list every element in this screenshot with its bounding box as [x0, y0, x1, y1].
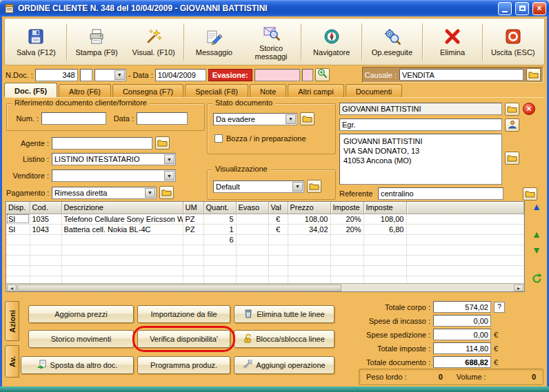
- cell-prezzo[interactable]: 108,00: [288, 214, 330, 224]
- causale-folder-button[interactable]: [526, 68, 541, 81]
- pagamento-combo[interactable]: Rimessa diretta▼: [52, 187, 157, 199]
- tab-speciali[interactable]: Speciali (F8): [185, 84, 248, 98]
- move-line-top-button[interactable]: ▲: [529, 201, 544, 212]
- salutation-field[interactable]: Egr.: [339, 118, 502, 131]
- cell-disp[interactable]: SI: [6, 224, 30, 234]
- referente-field[interactable]: centralino: [378, 187, 503, 200]
- column-header-imposte2[interactable]: Imposte: [363, 202, 406, 214]
- sposta-da-altro-doc-button[interactable]: Sposta da altro doc.: [21, 356, 134, 374]
- aggiorna-prezzi-button[interactable]: Aggiorna prezzi: [28, 305, 134, 323]
- chevron-down-icon[interactable]: ▼: [286, 114, 296, 124]
- scrollbar-thumb[interactable]: [17, 285, 341, 291]
- evasione-search-button[interactable]: [315, 68, 330, 81]
- agente-folder-button[interactable]: [155, 136, 170, 149]
- totale-corpo-help-button[interactable]: ?: [494, 302, 505, 313]
- customer-name-field[interactable]: GIOVANNI BATTISTINI: [339, 103, 502, 115]
- column-header-quant[interactable]: Quant.: [203, 202, 236, 214]
- cell-val[interactable]: €: [268, 224, 288, 234]
- column-header-descrizione[interactable]: Descrizione: [61, 202, 183, 214]
- executed-operations-button[interactable]: Op.eseguite: [363, 21, 421, 63]
- column-header-val[interactable]: Val: [268, 202, 288, 214]
- doc-number-field[interactable]: 348: [35, 69, 78, 81]
- importazione-da-file-button[interactable]: Importazione da file: [137, 305, 230, 323]
- address-folder-button[interactable]: [505, 152, 519, 165]
- message-button[interactable]: Messaggio: [186, 21, 243, 63]
- cell-cod[interactable]: 1043: [30, 224, 61, 234]
- chevron-down-icon[interactable]: ▼: [164, 171, 174, 180]
- cell-descrizione[interactable]: Batteria cell. Nokia BL-4C: [61, 224, 183, 234]
- rif-data-field[interactable]: [137, 112, 188, 125]
- tab-altri-campi[interactable]: Altri campi: [288, 84, 343, 98]
- print-button[interactable]: Stampa (F9): [68, 21, 126, 63]
- column-header-cod[interactable]: Cod.: [30, 202, 61, 214]
- cell-um[interactable]: PZ: [183, 224, 203, 234]
- cell-um[interactable]: PZ: [183, 214, 203, 224]
- chevron-down-icon[interactable]: ▼: [292, 182, 303, 192]
- agente-field[interactable]: [52, 137, 152, 149]
- maximize-button[interactable]: [515, 2, 529, 15]
- column-header-disp[interactable]: Disp.: [6, 202, 30, 214]
- elimina-tutte-le-linee-button[interactable]: Elimina tutte le linee: [234, 305, 335, 323]
- contact-person-button[interactable]: [505, 118, 519, 132]
- cell-descrizione[interactable]: Telefono Cellulare Sony Ericsson W-200i: [61, 214, 183, 224]
- cell-prezzo[interactable]: 34,02: [288, 224, 330, 234]
- bozza-checkbox[interactable]: [214, 134, 223, 143]
- tab-note[interactable]: Note: [250, 84, 286, 98]
- customer-address-box[interactable]: GIOVANNI BATTISTINI VIA SAN DONATO, 13 4…: [339, 134, 502, 185]
- causale-field[interactable]: VENDITA: [399, 69, 523, 81]
- refresh-lines-button[interactable]: [529, 273, 544, 287]
- cell-quant[interactable]: 1: [203, 224, 236, 234]
- scroll-right-arrow[interactable]: ►: [514, 285, 523, 291]
- pagamento-folder-button[interactable]: [159, 186, 174, 199]
- cell-cod[interactable]: 1035: [30, 214, 61, 224]
- tab-documenti[interactable]: Documenti: [346, 84, 403, 98]
- doc-series-combo[interactable]: ▼: [94, 69, 126, 81]
- stato-combo[interactable]: Da evadere▼: [213, 113, 297, 125]
- chevron-down-icon[interactable]: ▼: [114, 70, 125, 80]
- verifica-disponibilita-button[interactable]: Verifica disponibilita': [137, 330, 230, 348]
- cell-imposte[interactable]: 20%: [330, 214, 363, 224]
- scroll-left-arrow[interactable]: ◄: [7, 285, 17, 291]
- cell-quant[interactable]: 5: [203, 214, 236, 224]
- minimize-button[interactable]: [498, 2, 512, 15]
- aggiungi-operazione-button[interactable]: Aggiungi operazione: [234, 356, 335, 374]
- spese-spedizione-field[interactable]: 0,00: [433, 329, 491, 340]
- blocca-sblocca-linee-button[interactable]: Blocca/sblocca linee: [234, 330, 335, 348]
- tab-altro[interactable]: Altro (F6): [59, 84, 111, 98]
- tab-consegna[interactable]: Consegna (F7): [112, 84, 183, 98]
- message-history-button[interactable]: Storico messaggi: [243, 21, 300, 63]
- horizontal-scrollbar[interactable]: ◄ ►: [6, 283, 524, 291]
- column-header-prezzo[interactable]: Prezzo: [288, 202, 330, 214]
- chevron-down-icon[interactable]: ▼: [164, 154, 174, 164]
- spese-incasso-field[interactable]: 0,00: [433, 315, 491, 327]
- visualizzazione-combo[interactable]: Default▼: [213, 180, 304, 193]
- titlebar[interactable]: ORDINE CLIENTE N. 348 del 10/04/2009 - G…: [0, 0, 549, 17]
- evasione-date-field[interactable]: [254, 69, 300, 81]
- listino-combo[interactable]: LISTINO INTESTATARIO▼: [52, 153, 176, 165]
- referente-folder-button[interactable]: [523, 187, 537, 200]
- column-header-evaso[interactable]: Evaso: [236, 202, 268, 214]
- cell-val[interactable]: €: [268, 214, 288, 224]
- storico-movimenti-button[interactable]: Storico movimenti: [28, 330, 134, 348]
- cell-imposte2[interactable]: 108,00: [363, 214, 406, 224]
- rif-num-field[interactable]: [41, 112, 106, 125]
- doc-number-suffix-field[interactable]: [80, 69, 92, 81]
- close-button[interactable]: ×: [532, 2, 546, 15]
- customer-folder-button[interactable]: [505, 103, 519, 116]
- tab-doc[interactable]: Doc. (F5): [4, 83, 57, 98]
- move-line-up-button[interactable]: ▲: [529, 229, 544, 240]
- programma-produz-button[interactable]: Programma produz.: [137, 356, 230, 374]
- customer-clear-button[interactable]: ×: [523, 103, 535, 115]
- cell-imposte2[interactable]: 6,80: [363, 224, 406, 234]
- save-button[interactable]: Salva (F12): [8, 21, 65, 63]
- move-line-down-button[interactable]: ▼: [529, 245, 544, 256]
- av-vertical-tab[interactable]: Av.: [5, 345, 19, 378]
- cell-evaso[interactable]: [236, 214, 268, 224]
- delete-button[interactable]: Elimina: [424, 21, 481, 63]
- azioni-vertical-tab[interactable]: Azioni: [5, 301, 19, 341]
- navigator-button[interactable]: Navigatore: [303, 21, 360, 63]
- evasione-flag-field[interactable]: [302, 69, 313, 81]
- cell-disp[interactable]: SI: [6, 214, 30, 224]
- chevron-down-icon[interactable]: ▼: [145, 188, 155, 198]
- cell-evaso[interactable]: [236, 224, 268, 234]
